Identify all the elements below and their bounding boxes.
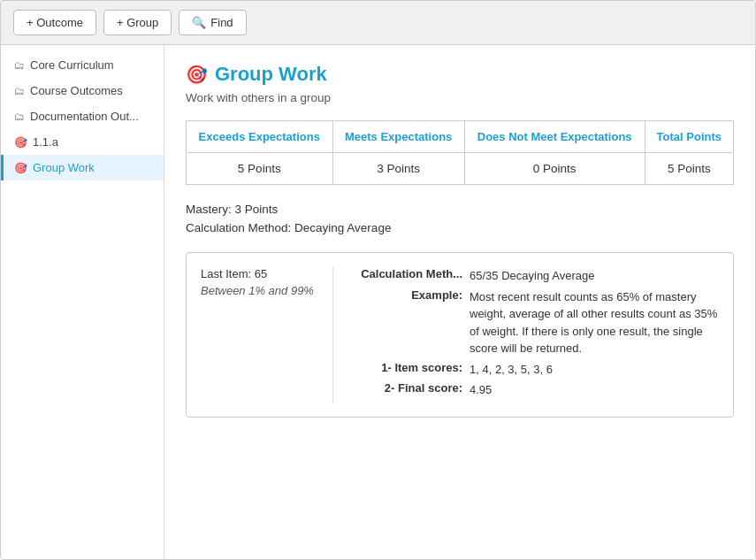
sidebar-item-label: Core Curriculum: [30, 58, 114, 72]
group-button[interactable]: + Group: [103, 10, 172, 35]
item-scores-row: 1- Item scores: 1, 4, 2, 3, 5, 3, 6: [347, 361, 719, 379]
sidebar-item-label: Documentation Out...: [30, 110, 139, 123]
total-points-header: Total Points: [645, 121, 733, 153]
sidebar-item-1-1-a[interactable]: 🎯 1.1.a: [1, 129, 164, 155]
rubric-table: Exceeds Expectations Meets Expectations …: [186, 120, 734, 185]
example-value: Most recent result counts as 65% of mast…: [470, 288, 719, 357]
calc-meth-value: 65/35 Decaying Average: [470, 267, 594, 285]
total-points: 5 Points: [645, 153, 733, 185]
item-scores-value: 1, 4, 2, 3, 5, 3, 6: [470, 361, 553, 379]
toolbar: + Outcome + Group 🔍 Find: [1, 1, 755, 45]
info-section-right: Calculation Meth... 65/35 Decaying Avera…: [333, 267, 719, 403]
sidebar-item-label: 1.1.a: [33, 135, 58, 149]
content-area: 🎯 Group Work Work with others in a group…: [164, 45, 755, 559]
calc-meth-row: Calculation Meth... 65/35 Decaying Avera…: [347, 267, 719, 285]
example-row: Example: Most recent result counts as 65…: [347, 288, 719, 357]
sidebar-item-course-outcomes[interactable]: 🗂 Course Outcomes: [1, 78, 164, 104]
main-layout: 🗂 Core Curriculum 🗂 Course Outcomes 🗂 Do…: [1, 45, 755, 559]
folder-icon: 🗂: [14, 59, 25, 72]
folder-icon: 🗂: [14, 85, 25, 97]
outcome-target-icon: 🎯: [186, 64, 208, 85]
final-score-label: 2- Final score:: [347, 381, 462, 399]
outcome-icon: 🎯: [14, 162, 27, 174]
meets-points: 3 Points: [332, 153, 464, 185]
sidebar-item-label: Course Outcomes: [30, 84, 123, 97]
outcome-button[interactable]: + Outcome: [13, 10, 96, 35]
sidebar: 🗂 Core Curriculum 🗂 Course Outcomes 🗂 Do…: [1, 45, 164, 559]
sidebar-item-label: Group Work: [33, 161, 95, 174]
content-header: 🎯 Group Work: [186, 63, 734, 86]
example-label: Example:: [347, 288, 462, 357]
final-score-value: 4.95: [470, 381, 492, 399]
find-button[interactable]: 🔍 Find: [179, 10, 246, 35]
final-score-row: 2- Final score: 4.95: [347, 381, 719, 399]
page-title: Group Work: [215, 63, 327, 86]
folder-icon: 🗂: [14, 111, 25, 123]
search-icon: 🔍: [192, 16, 206, 29]
does-not-meet-points: 0 Points: [464, 153, 645, 185]
outcome-icon: 🎯: [14, 136, 27, 149]
calc-meth-label: Calculation Meth...: [347, 267, 462, 285]
info-box-inner: Last Item: 65 Between 1% and 99% Calcula…: [201, 267, 719, 403]
info-section-left: Last Item: 65 Between 1% and 99%: [201, 267, 333, 403]
calc-method: Calculation Method: Decaying Average: [186, 221, 734, 234]
item-scores-label: 1- Item scores:: [347, 361, 462, 379]
mastery-info: Mastery: 3 Points: [186, 203, 734, 216]
exceeds-expectations-header: Exceeds Expectations: [187, 121, 333, 153]
info-box: Last Item: 65 Between 1% and 99% Calcula…: [186, 252, 734, 418]
does-not-meet-header: Does Not Meet Expectations: [464, 121, 645, 153]
between-text: Between 1% and 99%: [201, 284, 318, 297]
sidebar-item-group-work[interactable]: 🎯 Group Work: [1, 155, 164, 180]
sidebar-item-documentation-out[interactable]: 🗂 Documentation Out...: [1, 104, 164, 129]
rubric-data-row: 5 Points 3 Points 0 Points 5 Points: [187, 153, 734, 185]
rubric-header-row: Exceeds Expectations Meets Expectations …: [187, 121, 734, 153]
last-item: Last Item: 65: [201, 267, 318, 280]
content-subtitle: Work with others in a group: [186, 91, 734, 104]
exceeds-points: 5 Points: [187, 153, 333, 185]
meets-expectations-header: Meets Expectations: [332, 121, 464, 153]
sidebar-item-core-curriculum[interactable]: 🗂 Core Curriculum: [1, 52, 164, 78]
